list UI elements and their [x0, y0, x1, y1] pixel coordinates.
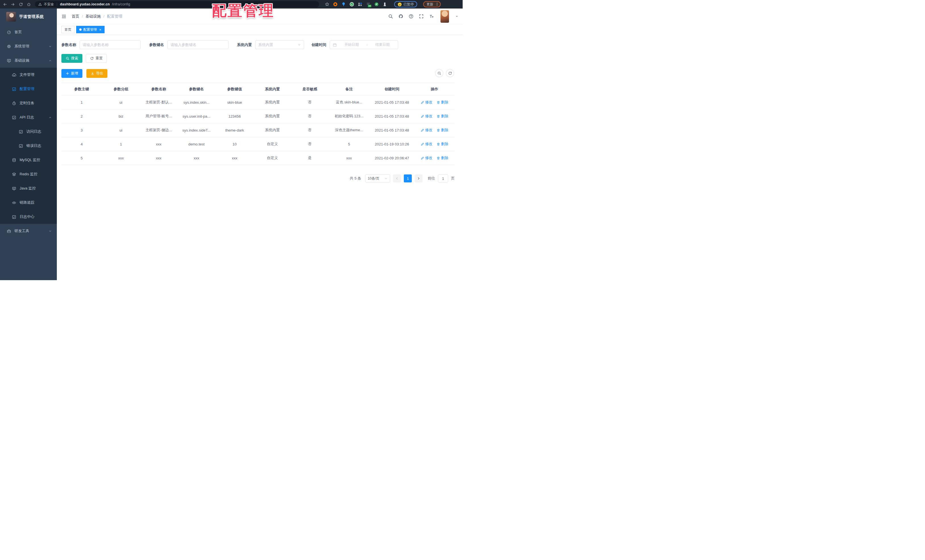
sidebar-item-java-monitor[interactable]: Java 监控	[0, 181, 57, 196]
prev-page-button[interactable]	[393, 175, 401, 182]
user-avatar[interactable]	[440, 10, 449, 23]
chevron-down-icon	[48, 45, 52, 48]
browser-home-icon[interactable]	[27, 2, 31, 6]
edit-icon	[12, 87, 16, 91]
edit-row-link[interactable]: 修改	[420, 128, 432, 133]
browser-reload-icon[interactable]	[19, 2, 23, 6]
timer-icon	[12, 101, 16, 105]
delete-row-link[interactable]: 删除	[437, 100, 449, 105]
sidebar-item-error-log[interactable]: 错误日志	[0, 138, 57, 153]
edit-row-link[interactable]: 修改	[420, 155, 432, 161]
table-cell: biz	[102, 114, 140, 119]
trash-icon	[437, 101, 440, 104]
daterange-separator: -	[366, 43, 368, 47]
delete-row-link[interactable]: 删除	[437, 142, 449, 147]
extension-pin-icon[interactable]	[341, 2, 346, 6]
extension-green-check-icon[interactable]	[350, 2, 354, 6]
url-path: /infra/config	[111, 2, 130, 6]
delete-row-link[interactable]: 删除	[437, 155, 449, 161]
edit-pencil-icon	[420, 101, 424, 104]
avatar-caret-down-icon[interactable]	[455, 15, 459, 18]
export-button[interactable]: 导出	[86, 69, 107, 78]
sidebar-toggle-icon[interactable]	[62, 14, 66, 19]
sidebar-item-api-log[interactable]: API 日志	[0, 110, 57, 125]
sidebar-item-mysql-monitor[interactable]: MySQL 监控	[0, 153, 57, 167]
sidebar-item-dev-tools[interactable]: 研发工具	[0, 224, 57, 238]
config-table: 参数主键参数分组参数名称参数键名参数键值系统内置是否敏感备注创建时间操作 1ui…	[62, 83, 455, 165]
browser-forward-icon[interactable]	[11, 2, 15, 6]
toggle-search-button[interactable]	[435, 69, 443, 77]
table-column-header: 是否敏感	[291, 87, 328, 92]
app-title: 芋道管理系统	[19, 14, 44, 19]
breadcrumb-item: 配置管理	[107, 14, 122, 19]
next-page-button[interactable]	[414, 175, 423, 182]
delete-row-link[interactable]: 删除	[437, 114, 449, 119]
extension-orange-ring-icon[interactable]	[333, 2, 337, 6]
screen: 不安全 dashboard.yudao.iocoder.cn/infra/con…	[0, 0, 462, 280]
chevron-up-icon	[48, 59, 52, 62]
goto-page-input[interactable]	[438, 175, 448, 182]
address-bar[interactable]: 不安全 dashboard.yudao.iocoder.cn/infra/con…	[35, 1, 319, 8]
sidebar-item-config-management[interactable]: 配置管理	[0, 82, 57, 96]
table-cell: 否	[291, 142, 328, 147]
sidebar-item-system-management[interactable]: 系统管理	[0, 39, 57, 53]
sidebar-item-file-management[interactable]: 文件管理	[0, 68, 57, 82]
add-button[interactable]: 新增	[62, 69, 83, 78]
breadcrumb-item[interactable]: 首页	[72, 14, 79, 19]
sidebar-item-trace[interactable]: 链路追踪	[0, 196, 57, 210]
table-cell: sys.index.skin...	[177, 100, 215, 105]
filter-name-input[interactable]	[80, 40, 141, 49]
extension-green-leaf-icon[interactable]	[374, 2, 379, 6]
sidebar-item-redis-monitor[interactable]: Redis 监控	[0, 167, 57, 181]
reset-button-label: 重置	[95, 56, 102, 61]
table-cell: 系统内置	[254, 128, 291, 133]
kebab-menu-icon[interactable]	[435, 2, 439, 6]
fullscreen-icon[interactable]	[419, 14, 424, 19]
filter-key-input[interactable]	[167, 40, 229, 49]
breadcrumb: 首页/基础设施/配置管理	[72, 14, 122, 19]
sidebar-item-label: 配置管理	[20, 86, 35, 92]
table-cell: 自定义	[254, 142, 291, 147]
edit-row-link[interactable]: 修改	[420, 142, 432, 147]
sidebar-item-log-center[interactable]: 日志中心	[0, 210, 57, 224]
filter-daterange-picker[interactable]: 开始日期 - 结束日期	[330, 40, 398, 49]
security-label[interactable]: 不安全	[44, 2, 54, 7]
sidebar-item-infrastructure[interactable]: 基础设施	[0, 53, 57, 68]
sidebar-item-access-log[interactable]: 访问日志	[0, 125, 57, 138]
github-icon[interactable]	[398, 14, 403, 19]
app-logo[interactable]: 芋道管理系统	[0, 9, 57, 25]
edit-row-link[interactable]: 修改	[420, 114, 432, 119]
edit-row-link[interactable]: 修改	[420, 100, 432, 105]
page-size-select[interactable]: 10条/页	[365, 175, 390, 182]
tab-home[interactable]: 首页	[62, 26, 74, 33]
eye-icon	[12, 200, 16, 205]
search-button[interactable]: 搜索	[62, 54, 83, 63]
tab-close-icon[interactable]: ×	[99, 28, 101, 32]
bookmark-star-icon[interactable]	[325, 2, 329, 6]
refresh-table-button[interactable]	[446, 69, 454, 77]
filter-builtin-select[interactable]: 系统内置	[255, 40, 304, 49]
help-icon[interactable]	[409, 14, 413, 19]
sidebar-menu-bottom: 研发工具	[0, 224, 57, 238]
font-size-icon[interactable]	[429, 14, 434, 19]
search-icon[interactable]	[388, 14, 393, 19]
browser-back-icon[interactable]	[3, 2, 7, 6]
browser-update-button[interactable]: 更新	[423, 1, 441, 8]
page-number-1[interactable]: 1	[404, 175, 412, 182]
tab-config-management[interactable]: 配置管理 ×	[76, 26, 105, 33]
paused-extension-chip[interactable]: 已暂停	[394, 1, 417, 8]
extension-blue-diamond-icon[interactable]	[358, 2, 362, 6]
delete-row-link[interactable]: 删除	[437, 128, 449, 133]
page-size-value: 10条/页	[368, 176, 384, 181]
breadcrumb-item[interactable]: 基础设施	[86, 14, 101, 19]
extension-on-badge-icon[interactable]: on	[366, 2, 371, 6]
reset-button[interactable]: 重置	[86, 54, 107, 63]
table-row: 2biz用户管理-账号...sys.user.init-pa...123456系…	[62, 109, 455, 123]
table-row: 1ui主框架页-默认...sys.index.skin...skin-blue系…	[62, 95, 455, 109]
extension-white-pawn-icon[interactable]	[383, 2, 387, 6]
table-cell: 蓝色 skin-blue...	[328, 100, 370, 105]
sidebar-item-home[interactable]: 首页	[0, 25, 57, 39]
sidebar-item-scheduled-tasks[interactable]: 定时任务	[0, 96, 57, 110]
export-button-label: 导出	[96, 71, 103, 76]
chevron-right-icon	[417, 177, 420, 180]
